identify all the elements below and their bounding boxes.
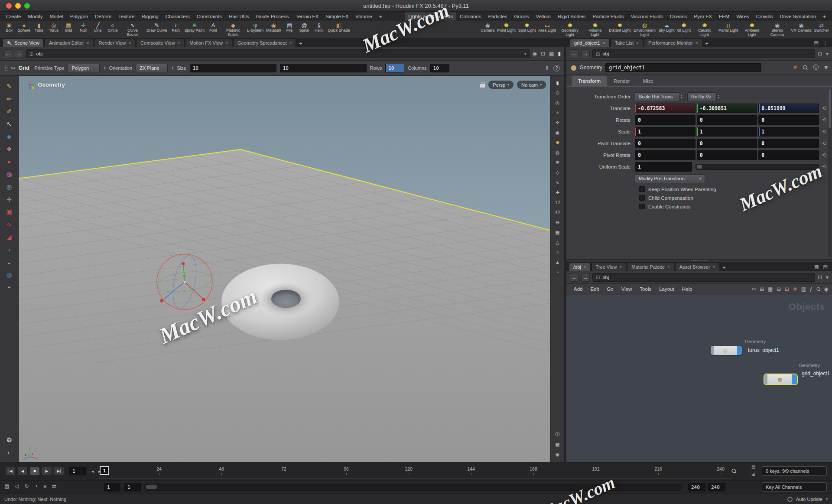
size-x-field[interactable]: 10: [190, 64, 276, 72]
network-tab[interactable]: Tree View ×: [592, 263, 627, 271]
back-button[interactable]: ←: [570, 273, 578, 282]
viewport-tool-icon[interactable]: ▣: [4, 208, 14, 216]
shelf-tab[interactable]: Deform: [91, 13, 115, 20]
shelf-tab[interactable]: Particles: [484, 13, 510, 20]
playback-option-icon[interactable]: ↻: [25, 483, 29, 489]
shelf-tool[interactable]: § Helix: [312, 21, 326, 34]
param-field-x[interactable]: 0: [635, 139, 696, 148]
display-option-icon[interactable]: ∿: [552, 179, 563, 186]
menu-item[interactable]: Edit: [586, 285, 603, 293]
shelf-tool[interactable]: ✺ GI Light: [676, 21, 692, 34]
network-tool-icon[interactable]: ▥: [801, 286, 806, 292]
shelf-tool[interactable]: ✺ Ambient Light: [739, 21, 764, 38]
param-field-y[interactable]: 1: [697, 127, 757, 137]
slider-handle[interactable]: [146, 485, 157, 489]
viewport-scene[interactable]: [19, 76, 550, 462]
viewport-tool-icon[interactable]: ◖: [4, 245, 14, 254]
orientation-dropdown[interactable]: ZX Plane: [136, 64, 168, 72]
display-option-icon[interactable]: ⊟: [552, 219, 563, 226]
shelf-tab[interactable]: Create: [3, 13, 25, 20]
close-icon[interactable]: ×: [713, 264, 715, 269]
back-button[interactable]: ←: [570, 49, 578, 58]
step-back-button[interactable]: ◀: [17, 467, 28, 475]
menu-item[interactable]: Help: [678, 285, 696, 293]
forward-button[interactable]: →: [581, 273, 590, 282]
display-option-icon[interactable]: 12: [552, 199, 563, 206]
network-tool-icon[interactable]: ❖: [793, 286, 797, 292]
spinner-icon[interactable]: ▴▾: [681, 94, 682, 99]
size-y-field[interactable]: 10: [280, 64, 367, 72]
forward-button[interactable]: →: [15, 49, 23, 58]
shelf-tool[interactable]: ◎ Torus: [46, 21, 61, 34]
display-option-icon[interactable]: ▮: [552, 79, 563, 86]
network-tool-icon[interactable]: ▤: [768, 286, 773, 292]
checkbox-row[interactable]: Child Compensation: [639, 195, 832, 201]
shelf-tool[interactable]: ≀ Path: [169, 21, 183, 34]
shelf-tool[interactable]: ✺ Volume Light: [582, 21, 608, 38]
close-icon[interactable]: ×: [128, 41, 131, 46]
viewport-tool-icon[interactable]: ✐: [4, 107, 14, 116]
pane-tab[interactable]: Render View ×: [94, 39, 135, 47]
display-option-icon[interactable]: ◇: [552, 169, 563, 176]
menu-item[interactable]: Go: [603, 285, 617, 293]
timeline-ruler[interactable]: 24487296120144168192216240: [152, 466, 728, 471]
param-field-z[interactable]: 0: [758, 150, 819, 160]
parameter-tab[interactable]: Misc: [637, 76, 660, 86]
display-option-icon[interactable]: ◉: [552, 129, 563, 136]
network-tab[interactable]: Material Palette ×: [627, 263, 674, 271]
param-field-y[interactable]: 0: [697, 150, 757, 160]
shelf-tool[interactable]: ☁ Sky Light: [657, 21, 676, 34]
shelf-tool[interactable]: ⇄ Switcher: [812, 21, 830, 34]
network-tool-icon[interactable]: ⊡: [785, 286, 789, 292]
shelf-tool[interactable]: ╱ Line: [91, 21, 105, 34]
param-field-x[interactable]: 0: [635, 115, 696, 125]
range-start-field[interactable]: 1: [104, 483, 120, 491]
playback-option-icon[interactable]: ≡: [43, 483, 46, 489]
transform-order-dropdown[interactable]: Scale Rot Trans: [635, 92, 680, 101]
viewport-tool-icon[interactable]: ◒: [4, 258, 14, 267]
playback-option-icon[interactable]: ▤: [4, 483, 9, 489]
play-button[interactable]: ▶: [42, 467, 52, 475]
network-editor[interactable]: Objects Geometry torus_object1 ◎ Geometr…: [566, 295, 832, 462]
camera-menu-button[interactable]: No cam ▾: [517, 81, 546, 89]
path-bar-icon[interactable]: ▾: [826, 51, 829, 57]
node-body[interactable]: ◎: [711, 346, 742, 355]
shelf-tab[interactable]: Terrain FX: [292, 13, 322, 20]
header-icon[interactable]: ⓘ: [813, 64, 819, 72]
shelf-tab[interactable]: Hair Utils: [225, 13, 253, 20]
shelf-tool[interactable]: ✹ Spot Light: [517, 21, 537, 34]
pane-splitter-horizontal[interactable]: [566, 259, 832, 262]
add-tab-button[interactable]: +: [702, 41, 712, 47]
display-option-icon[interactable]: ▦: [552, 229, 563, 236]
display-option-icon[interactable]: ⓘ: [552, 431, 563, 438]
param-field-z[interactable]: 0: [758, 115, 819, 125]
shelf-tab[interactable]: Guide Process: [253, 13, 292, 20]
node-input-flag[interactable]: [711, 346, 714, 355]
shelf-tab[interactable]: Oceans: [666, 13, 691, 20]
close-icon[interactable]: ×: [696, 41, 698, 46]
shelf-tab[interactable]: Texture: [115, 13, 138, 20]
node-grid-object1[interactable]: Geometry grid_object1 ▦: [764, 374, 797, 384]
shelf-tool[interactable]: ✺ Point Light: [496, 21, 517, 34]
range-end-field2[interactable]: 240: [708, 483, 725, 491]
path-field[interactable]: ◫ obj: [592, 49, 815, 58]
close-window-button[interactable]: [6, 3, 12, 9]
playback-option-icon[interactable]: ◁: [15, 483, 19, 489]
primitive-type-dropdown[interactable]: Polygon: [68, 64, 100, 72]
display-option-icon[interactable]: ⊞: [552, 159, 563, 166]
viewport-tool-icon[interactable]: ✎: [4, 82, 14, 91]
shelf-tool[interactable]: ψ L-System: [246, 21, 265, 34]
range-start-field2[interactable]: 1: [124, 483, 141, 491]
shelf-tab[interactable]: +: [819, 13, 829, 20]
shelf-tab[interactable]: Simple FX: [322, 13, 352, 20]
spinner-icon[interactable]: ▴▾: [172, 66, 173, 70]
header-icon[interactable]: Ϙ: [801, 64, 809, 72]
timeline-option-icon[interactable]: ⊞: [751, 472, 755, 477]
node-display-flag[interactable]: [792, 374, 797, 384]
network-tab[interactable]: /obj ×: [569, 263, 591, 271]
display-option-icon[interactable]: ◍: [552, 149, 563, 156]
viewport-tool-icon[interactable]: ✏: [4, 94, 14, 103]
viewport-tool-icon[interactable]: ●: [4, 157, 14, 166]
stop-button[interactable]: ■: [29, 467, 40, 475]
shelf-tool[interactable]: ◧ Quick Shade: [326, 21, 351, 34]
